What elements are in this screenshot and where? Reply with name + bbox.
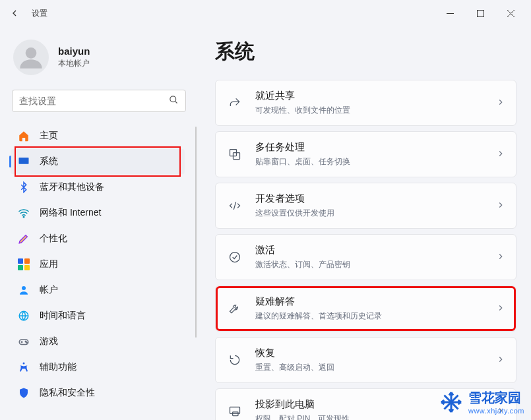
scroll-indicator[interactable] bbox=[195, 127, 197, 338]
chevron-right-icon bbox=[496, 98, 505, 109]
chevron-right-icon bbox=[496, 303, 505, 315]
setting-troubleshoot[interactable]: 疑难解答 建议的疑难解答、首选项和历史记录 bbox=[215, 285, 516, 332]
setting-nearby-sharing[interactable]: 就近共享 可发现性、收到文件的位置 bbox=[215, 80, 516, 126]
arrow-left-icon bbox=[9, 8, 20, 18]
sidebar-item-network[interactable]: 网络和 Internet bbox=[11, 200, 185, 225]
setting-projecting[interactable]: 投影到此电脑 权限、配对 PIN、可发现性 bbox=[215, 388, 516, 420]
sidebar-item-apps[interactable]: 应用 bbox=[11, 252, 185, 277]
account-icon bbox=[17, 284, 30, 297]
svg-line-6 bbox=[175, 101, 177, 103]
setting-subtitle: 可发现性、收到文件的位置 bbox=[255, 105, 350, 116]
setting-multitasking[interactable]: 多任务处理 贴靠窗口、桌面、任务切换 bbox=[215, 131, 516, 177]
maximize-icon bbox=[477, 10, 484, 17]
setting-subtitle: 激活状态、订阅、产品密钥 bbox=[255, 259, 350, 270]
sidebar-item-label: 系统 bbox=[40, 156, 58, 167]
multitask-icon bbox=[226, 148, 243, 161]
svg-point-13 bbox=[26, 342, 28, 344]
setting-title: 就近共享 bbox=[255, 90, 350, 102]
profile-block[interactable]: baiyun 本地帐户 bbox=[0, 37, 198, 90]
setting-title: 多任务处理 bbox=[255, 141, 350, 154]
setting-subtitle: 贴靠窗口、桌面、任务切换 bbox=[255, 156, 350, 167]
setting-subtitle: 权限、配对 PIN、可发现性 bbox=[255, 413, 350, 420]
setting-subtitle: 这些设置仅供开发使用 bbox=[255, 208, 334, 219]
troubleshoot-icon bbox=[226, 302, 243, 315]
system-icon bbox=[17, 155, 30, 168]
sidebar-item-accounts[interactable]: 帐户 bbox=[11, 278, 185, 303]
share-icon bbox=[226, 96, 243, 109]
sidebar-item-home[interactable]: 主页 bbox=[11, 123, 185, 148]
user-account-type: 本地帐户 bbox=[58, 58, 90, 69]
minimize-icon bbox=[447, 10, 454, 17]
recovery-icon bbox=[226, 353, 243, 367]
sidebar-item-label: 个性化 bbox=[40, 233, 67, 245]
chevron-right-icon bbox=[496, 149, 505, 160]
svg-point-5 bbox=[170, 96, 176, 102]
setting-title: 疑难解答 bbox=[255, 295, 382, 308]
search-icon bbox=[169, 95, 179, 107]
chevron-right-icon bbox=[496, 200, 505, 212]
setting-for-developers[interactable]: 开发者选项 这些设置仅供开发使用 bbox=[215, 183, 516, 229]
sidebar-item-label: 帐户 bbox=[40, 284, 58, 296]
personalize-icon bbox=[17, 232, 30, 245]
time-lang-icon bbox=[17, 309, 30, 322]
profile-text: baiyun 本地帐户 bbox=[58, 45, 90, 69]
chevron-right-icon bbox=[496, 406, 505, 417]
apps-icon bbox=[17, 258, 30, 271]
sidebar-item-accessibility[interactable]: 辅助功能 bbox=[11, 355, 185, 380]
setting-title: 开发者选项 bbox=[255, 193, 334, 205]
sidebar-item-system[interactable]: 系统 bbox=[11, 149, 185, 174]
sidebar-item-time-language[interactable]: 时间和语言 bbox=[11, 303, 185, 328]
sidebar-nav: 主页 系统 蓝牙和其他设备 bbox=[0, 120, 195, 409]
setting-activation[interactable]: 激活 激活状态、订阅、产品密钥 bbox=[215, 234, 516, 280]
svg-point-17 bbox=[230, 253, 240, 262]
svg-rect-7 bbox=[19, 158, 29, 164]
sidebar-item-privacy[interactable]: 隐私和安全性 bbox=[11, 380, 185, 405]
sidebar-item-bluetooth[interactable]: 蓝牙和其他设备 bbox=[11, 175, 185, 200]
activation-icon bbox=[226, 251, 243, 264]
window-title: 设置 bbox=[32, 8, 47, 19]
setting-subtitle: 重置、高级启动、返回 bbox=[255, 362, 334, 373]
svg-rect-1 bbox=[477, 10, 484, 16]
user-name: baiyun bbox=[58, 45, 90, 57]
titlebar: 设置 bbox=[0, 0, 531, 26]
bluetooth-icon bbox=[17, 181, 30, 194]
sidebar-item-label: 网络和 Internet bbox=[40, 207, 101, 219]
network-icon bbox=[17, 206, 30, 220]
gaming-icon bbox=[17, 335, 30, 348]
sidebar-item-label: 辅助功能 bbox=[40, 361, 77, 373]
sidebar: baiyun 本地帐户 主页 bbox=[0, 26, 198, 420]
settings-list: 就近共享 可发现性、收到文件的位置 多任务处理 贴靠窗口、桌面、任务切换 bbox=[215, 80, 516, 420]
sidebar-item-label: 应用 bbox=[40, 258, 58, 270]
home-icon bbox=[17, 129, 30, 142]
window-controls bbox=[435, 3, 526, 24]
svg-point-8 bbox=[23, 216, 24, 218]
maximize-button[interactable] bbox=[465, 3, 495, 24]
minimize-button[interactable] bbox=[435, 3, 465, 24]
main-content: 系统 就近共享 可发现性、收到文件的位置 多任务处理 贴靠窗口、桌面、任务 bbox=[198, 26, 531, 420]
close-icon bbox=[507, 10, 515, 17]
back-button[interactable] bbox=[5, 4, 24, 22]
sidebar-item-personalization[interactable]: 个性化 bbox=[11, 226, 185, 251]
project-icon bbox=[226, 405, 243, 418]
chevron-right-icon bbox=[496, 355, 505, 366]
privacy-icon bbox=[17, 386, 30, 400]
sidebar-item-gaming[interactable]: 游戏 bbox=[11, 329, 185, 354]
svg-point-4 bbox=[26, 47, 37, 59]
close-button[interactable] bbox=[495, 3, 526, 24]
setting-subtitle: 建议的疑难解答、首选项和历史记录 bbox=[255, 311, 382, 322]
setting-recovery[interactable]: 恢复 重置、高级启动、返回 bbox=[215, 337, 516, 383]
sidebar-item-label: 游戏 bbox=[40, 336, 58, 347]
sidebar-item-label: 主页 bbox=[40, 130, 58, 142]
page-title: 系统 bbox=[215, 38, 516, 65]
svg-point-14 bbox=[23, 363, 25, 365]
search-input[interactable] bbox=[19, 96, 169, 106]
avatar-icon bbox=[18, 44, 44, 71]
sidebar-item-label: 隐私和安全性 bbox=[40, 387, 95, 399]
setting-title: 激活 bbox=[255, 244, 350, 256]
svg-point-9 bbox=[22, 286, 26, 290]
accessibility-icon bbox=[17, 361, 30, 374]
chevron-right-icon bbox=[496, 252, 505, 263]
avatar bbox=[13, 40, 49, 75]
search-box[interactable] bbox=[12, 90, 186, 112]
dev-icon bbox=[226, 199, 243, 212]
